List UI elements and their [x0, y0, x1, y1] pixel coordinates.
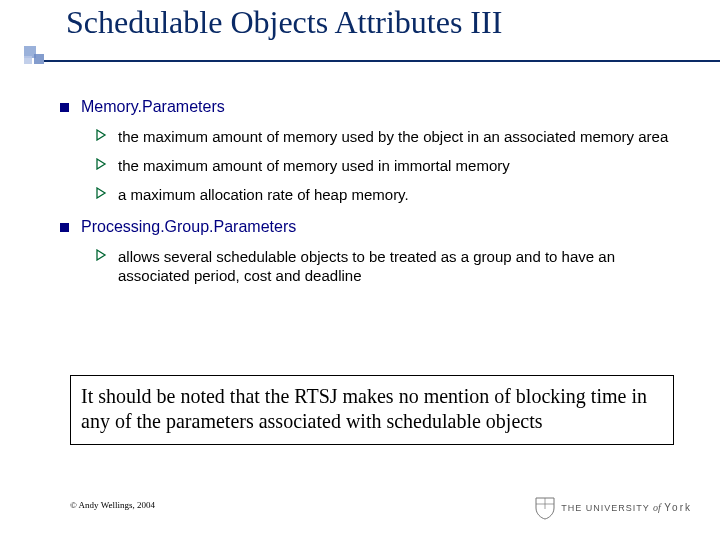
- square-bullet-icon: [60, 223, 69, 232]
- copyright-text: © Andy Wellings, 2004: [70, 500, 155, 510]
- logo-prefix: THE UNIVERSITY: [561, 503, 649, 513]
- shield-icon: [535, 496, 555, 520]
- logo-of: of: [653, 502, 661, 513]
- university-text: THE UNIVERSITY of York: [561, 503, 692, 513]
- decor-square: [24, 56, 32, 64]
- decor-line: [44, 60, 720, 62]
- note-text: It should be noted that the RTSJ makes n…: [81, 385, 647, 432]
- arrow-bullet-icon: [96, 187, 110, 199]
- slide-content: Memory.Parameters the maximum amount of …: [60, 98, 686, 300]
- section-heading: Memory.Parameters: [60, 98, 686, 116]
- logo-name: York: [664, 502, 692, 513]
- arrow-bullet-icon: [96, 158, 110, 170]
- sub-list: allows several schedulable objects to be…: [96, 248, 686, 286]
- note-box: It should be noted that the RTSJ makes n…: [70, 375, 674, 445]
- arrow-bullet-icon: [96, 249, 110, 261]
- section-heading-text: Processing.Group.Parameters: [81, 218, 296, 236]
- section-heading-text: Memory.Parameters: [81, 98, 225, 116]
- slide-title: Schedulable Objects Attributes III: [66, 4, 502, 41]
- list-item-text: the maximum amount of memory used in imm…: [118, 157, 510, 176]
- list-item: the maximum amount of memory used in imm…: [96, 157, 686, 176]
- list-item-text: allows several schedulable objects to be…: [118, 248, 686, 286]
- arrow-bullet-icon: [96, 129, 110, 141]
- decor-square: [34, 54, 44, 64]
- square-bullet-icon: [60, 103, 69, 112]
- section-heading: Processing.Group.Parameters: [60, 218, 686, 236]
- list-item-text: the maximum amount of memory used by the…: [118, 128, 668, 147]
- list-item: allows several schedulable objects to be…: [96, 248, 686, 286]
- university-logo: THE UNIVERSITY of York: [535, 496, 692, 520]
- sub-list: the maximum amount of memory used by the…: [96, 128, 686, 204]
- list-item: the maximum amount of memory used by the…: [96, 128, 686, 147]
- list-item-text: a maximum allocation rate of heap memory…: [118, 186, 409, 205]
- list-item: a maximum allocation rate of heap memory…: [96, 186, 686, 205]
